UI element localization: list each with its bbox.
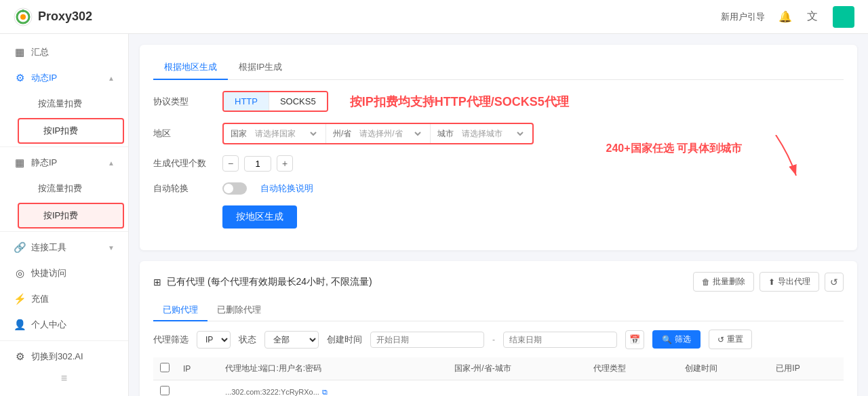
- sidebar-sub-dynamic: 按流量扣费 按IP扣费: [0, 91, 128, 144]
- th-used-ip: 已用IP: [769, 357, 844, 380]
- tab-by-ip[interactable]: 根据IP生成: [228, 56, 293, 80]
- state-select[interactable]: 请选择州/省: [355, 127, 423, 140]
- svg-point-2: [20, 14, 26, 20]
- region-label: 地区: [153, 127, 214, 140]
- proxy-section-title: ⊞ 已有代理 (每个代理有效期最长24小时, 不限流量): [153, 276, 372, 288]
- proxy-table: IP 代理地址:端口:用户名:密码 国家-州/省-城市 代理类型 创建时间 已用…: [153, 357, 844, 396]
- logo-area: Proxy302: [14, 7, 92, 26]
- state-region-label: 州/省: [333, 128, 351, 140]
- sidebar-section-dynamic-ip[interactable]: ⚙ 动态IP ▲: [0, 65, 128, 91]
- search-btn[interactable]: 🔍 筛选: [652, 330, 701, 349]
- generate-btn[interactable]: 按地区生成: [222, 205, 297, 229]
- export-icon: ⬆: [768, 277, 775, 287]
- count-stepper: − +: [222, 155, 293, 172]
- th-proxy-type: 代理类型: [587, 357, 678, 380]
- settings-icon: ⚙: [14, 72, 26, 84]
- svg-point-3: [22, 9, 24, 12]
- status-filter-label: 状态: [239, 334, 256, 346]
- proxy-section-header: ⊞ 已有代理 (每个代理有效期最长24小时, 不限流量) 🗑 批量删除 ⬆ 导出…: [153, 272, 844, 292]
- trash-icon: 🗑: [702, 277, 710, 287]
- tab-by-region[interactable]: 根据地区生成: [153, 56, 228, 80]
- city-select[interactable]: 请选择城市: [458, 127, 526, 140]
- stepper-input[interactable]: [244, 156, 271, 172]
- th-region: 国家-州/省-城市: [448, 357, 587, 380]
- ip-billing-label: 按IP扣费: [43, 125, 78, 137]
- sidebar: ▦ 汇总 ⚙ 动态IP ▲ 按流量扣费 按IP扣费 ▦ 静态IP ▲ 按流量扣费: [0, 34, 129, 396]
- row-proxy-address: ...302.com:3222:YcRyRXo...⧉: [218, 380, 448, 397]
- auto-rotate-label: 自动轮换: [153, 182, 214, 195]
- region-arrow-svg: [735, 135, 816, 182]
- sidebar-item-user-center[interactable]: 👤 个人中心: [0, 312, 128, 338]
- search-icon: 🔍: [662, 335, 672, 344]
- reset-btn[interactable]: ↺ 重置: [709, 330, 752, 349]
- new-user-guide-link[interactable]: 新用户引导: [721, 11, 765, 23]
- protocol-socks5-btn[interactable]: SOCKS5: [269, 92, 327, 111]
- generate-tab-bar: 根据地区生成 根据IP生成: [153, 56, 844, 80]
- sidebar-item-ip-billing-dynamic[interactable]: 按IP扣费: [18, 118, 124, 144]
- static-ip-icon: ▦: [14, 157, 26, 169]
- auto-rotate-toggle[interactable]: [222, 182, 247, 195]
- static-traffic-label: 按流量扣费: [38, 182, 82, 195]
- divider-2: [0, 231, 128, 232]
- start-date-input[interactable]: [370, 332, 484, 348]
- filter-row: 代理筛选 IP 状态 全部 创建时间 - 📅 🔍 筛选 ↺: [153, 330, 844, 349]
- sidebar-item-traffic-billing[interactable]: 按流量扣费: [14, 91, 128, 117]
- sidebar-item-quick-access[interactable]: ◎ 快捷访问: [0, 260, 128, 286]
- export-btn[interactable]: ⬆ 导出代理: [760, 272, 819, 292]
- translate-icon[interactable]: 文: [806, 10, 819, 24]
- proxy-section-actions: 🗑 批量删除 ⬆ 导出代理 ↺: [693, 272, 844, 292]
- sidebar-item-summary[interactable]: ▦ 汇总: [0, 39, 128, 65]
- sidebar-section-connect-tools[interactable]: 🔗 连接工具 ▼: [0, 235, 128, 260]
- recharge-icon: ⚡: [14, 293, 26, 305]
- proxy-type-select[interactable]: IP: [197, 331, 231, 349]
- auto-rotate-link[interactable]: 自动轮换说明: [260, 182, 313, 195]
- proxy-table-card: ⊞ 已有代理 (每个代理有效期最长24小时, 不限流量) 🗑 批量删除 ⬆ 导出…: [140, 261, 857, 396]
- sidebar-item-static-ip-billing[interactable]: 按IP扣费: [18, 203, 124, 229]
- end-date-input[interactable]: [503, 332, 617, 348]
- refresh-btn[interactable]: ↺: [825, 273, 844, 292]
- avatar[interactable]: [833, 6, 854, 28]
- calendar-btn[interactable]: 📅: [625, 330, 644, 349]
- state-region-item: 州/省 请选择州/省: [326, 124, 431, 143]
- th-ip: IP: [176, 357, 218, 380]
- content-area: 根据地区生成 根据IP生成 协议类型 HTTP SOCKS5 按IP扣费均支持H…: [129, 34, 868, 396]
- bell-icon[interactable]: 🔔: [778, 10, 792, 24]
- reset-icon: ↺: [717, 335, 724, 344]
- protocol-row: 协议类型 HTTP SOCKS5 按IP扣费均支持HTTP代理/SOCKS5代理: [153, 91, 844, 112]
- stepper-plus-btn[interactable]: +: [277, 155, 293, 172]
- table-icon: ⊞: [153, 277, 161, 288]
- sub-tab-purchased[interactable]: 已购代理: [153, 300, 208, 321]
- user-icon: 👤: [14, 319, 26, 331]
- row-region: [448, 380, 587, 397]
- country-region-item: 国家 请选择国家: [224, 124, 326, 143]
- sidebar-section-static-ip[interactable]: ▦ 静态IP ▲: [0, 150, 128, 176]
- summary-icon: ▦: [14, 46, 26, 58]
- batch-delete-btn[interactable]: 🗑 批量删除: [693, 272, 754, 292]
- protocol-http-btn[interactable]: HTTP: [224, 92, 269, 111]
- sidebar-section-static-label: 静态IP: [31, 157, 57, 169]
- region-annotation-text: 240+国家任选 可具体到城市: [606, 142, 742, 156]
- region-annotation: 240+国家任选 可具体到城市: [735, 135, 816, 182]
- sidebar-item-static-traffic[interactable]: 按流量扣费: [14, 176, 128, 201]
- row-checkbox[interactable]: [160, 386, 170, 395]
- country-select[interactable]: 请选择国家: [251, 127, 319, 140]
- sidebar-item-recharge[interactable]: ⚡ 充值: [0, 286, 128, 312]
- switch-302-label: 切换到302.AI: [31, 351, 83, 363]
- stepper-minus-btn[interactable]: −: [222, 155, 239, 172]
- divider-3: [0, 340, 128, 341]
- city-region-item: 城市 请选择城市: [431, 124, 532, 143]
- sidebar-item-switch-302[interactable]: ⚙ 切换到302.AI: [0, 344, 128, 370]
- th-checkbox: [153, 357, 176, 380]
- protocol-label: 协议类型: [153, 96, 214, 108]
- recharge-label: 充值: [31, 293, 49, 305]
- divider-1: [0, 146, 128, 147]
- created-filter-label: 创建时间: [327, 334, 362, 346]
- status-select[interactable]: 全部: [264, 331, 319, 349]
- select-all-checkbox[interactable]: [160, 363, 170, 372]
- copy-icon[interactable]: ⧉: [322, 388, 328, 396]
- date-separator: -: [492, 335, 495, 344]
- th-created: 创建时间: [678, 357, 770, 380]
- chevron-right-icon: ▼: [108, 244, 115, 252]
- sub-tab-deleted[interactable]: 已删除代理: [208, 300, 271, 321]
- row-ip: [176, 380, 218, 397]
